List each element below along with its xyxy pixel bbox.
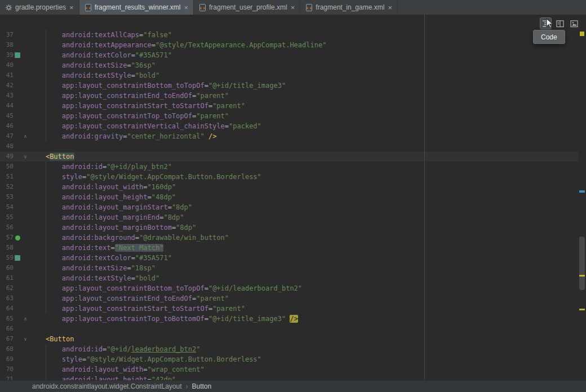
right-margin-guide: [424, 15, 425, 381]
fold-marker-icon[interactable]: ∧: [21, 131, 29, 141]
line-number: 56: [0, 222, 14, 233]
warning-line-icon[interactable]: [579, 275, 585, 277]
code-text: android:background="@drawable/win_button…: [29, 233, 229, 243]
code-text: android:text="Next Match": [29, 243, 163, 253]
fold-marker-icon[interactable]: ∨: [21, 152, 29, 162]
code-text: app:layout_constraintTop_toTopOf="parent…: [29, 111, 229, 121]
code-text: app:layout_constraintVertical_chainStyle…: [29, 121, 261, 131]
code-text: android:layout_marginEnd="8dp": [29, 212, 184, 222]
editor-tab[interactable]: fragment_in_game.xml×: [300, 0, 398, 15]
split-view-button[interactable]: [554, 17, 566, 29]
code-line[interactable]: 42 app:layout_constraintBottom_toTopOf="…: [0, 81, 578, 91]
close-icon[interactable]: ×: [69, 4, 74, 11]
code-line[interactable]: 45 app:layout_constraintTop_toTopOf="par…: [0, 111, 578, 121]
code-text: app:layout_constraintEnd_toEndOf="parent…: [29, 293, 229, 304]
code-line[interactable]: 64 app:layout_constraintStart_toStartOf=…: [0, 304, 578, 314]
breadcrumb: androidx.constraintlayout.widget.Constra…: [0, 382, 211, 390]
code-text: android:layout_marginStart="8dp": [29, 202, 192, 212]
code-line[interactable]: 46 app:layout_constraintVertical_chainSt…: [0, 121, 578, 131]
line-number: 61: [0, 273, 14, 283]
line-number: 69: [0, 354, 14, 364]
code-line[interactable]: 63 app:layout_constraintEnd_toEndOf="par…: [0, 293, 578, 304]
info-mark-icon[interactable]: [579, 190, 585, 193]
code-text: android:textColor="#35A571": [29, 253, 172, 263]
code-line[interactable]: 51 style="@style/Widget.AppCompat.Button…: [0, 172, 578, 182]
code-line[interactable]: 70 android:layout_width="wrap_content": [0, 364, 578, 375]
code-line[interactable]: 55 android:layout_marginEnd="8dp": [0, 212, 578, 222]
code-line[interactable]: 44 app:layout_constraintStart_toStartOf=…: [0, 101, 578, 111]
fold-marker-icon[interactable]: ∧: [21, 314, 29, 324]
xml-file-icon: [305, 4, 313, 11]
code-line[interactable]: 57 android:background="@drawable/win_but…: [0, 233, 578, 243]
code-text: android:layout_width="160dp": [29, 182, 176, 192]
code-text: android:textStyle="bold": [29, 273, 159, 283]
code-editor[interactable]: 37 android:textAllCaps="false"38 android…: [0, 15, 586, 381]
code-line[interactable]: 52 android:layout_width="160dp": [0, 182, 578, 192]
code-line[interactable]: 39 android:textColor="#35A571": [0, 50, 578, 60]
code-text: app:layout_constraintTop_toBottomOf="@+i…: [29, 314, 298, 324]
tab-label: fragment_in_game.xml: [316, 3, 384, 11]
line-number: 55: [0, 212, 14, 222]
editor-tab[interactable]: fragment_results_winner.xml×: [79, 0, 194, 15]
code-line[interactable]: 62 app:layout_constraintBottom_toTopOf="…: [0, 283, 578, 293]
code-line[interactable]: 65∧ app:layout_constraintTop_toBottomOf=…: [0, 314, 578, 324]
close-icon[interactable]: ×: [184, 4, 188, 11]
line-number: 50: [0, 162, 14, 172]
code-area[interactable]: 37 android:textAllCaps="false"38 android…: [0, 30, 578, 381]
code-line[interactable]: 48: [0, 141, 578, 152]
color-preview-icon[interactable]: [15, 255, 20, 261]
line-number: 51: [0, 172, 14, 182]
code-line[interactable]: 54 android:layout_marginStart="8dp": [0, 202, 578, 212]
editor-scrollbar[interactable]: [578, 15, 586, 381]
code-text: style="@style/Widget.AppCompat.Button.Bo…: [29, 172, 261, 182]
line-number: 43: [0, 91, 14, 101]
code-text: android:textStyle="bold": [29, 70, 159, 81]
line-number: 67: [0, 334, 14, 344]
scrollbar-thumb[interactable]: [579, 237, 585, 290]
code-text: android:textAppearance="@style/TextAppea…: [29, 40, 326, 50]
code-line[interactable]: 56 android:layout_marginBottom="8dp": [0, 222, 578, 233]
fold-marker-icon[interactable]: ∨: [21, 334, 29, 344]
line-number: 38: [0, 40, 14, 50]
code-text: android:id="@+id/play_btn2": [29, 162, 172, 172]
warning-square-icon[interactable]: [580, 32, 584, 36]
breadcrumb-item[interactable]: androidx.constraintlayout.widget.Constra…: [32, 382, 182, 390]
code-line[interactable]: 50 android:id="@+id/play_btn2": [0, 162, 578, 172]
code-line[interactable]: 47∧ android:gravity="center_horizontal" …: [0, 131, 578, 141]
code-line[interactable]: 61 android:textStyle="bold": [0, 273, 578, 283]
code-line[interactable]: 38 android:textAppearance="@style/TextAp…: [0, 40, 578, 50]
color-preview-icon[interactable]: [15, 52, 20, 58]
breadcrumb-item[interactable]: Button: [192, 382, 212, 390]
code-text: android:textAllCaps="false": [29, 30, 172, 40]
close-icon[interactable]: ×: [388, 4, 392, 11]
code-line[interactable]: 66: [0, 324, 578, 334]
code-line[interactable]: 60 android:textSize="18sp": [0, 263, 578, 273]
code-line[interactable]: 67∨ <Button: [0, 334, 578, 344]
editor-tab[interactable]: gradle.properties×: [0, 0, 79, 15]
editor-tab[interactable]: fragment_user_profile.xml×: [194, 0, 300, 15]
gear-icon: [5, 4, 12, 11]
code-line[interactable]: 49∨ <Button: [0, 152, 578, 162]
code-line[interactable]: 53 android:layout_height="48dp": [0, 192, 578, 202]
code-line[interactable]: 43 app:layout_constraintEnd_toEndOf="par…: [0, 91, 578, 101]
split-view-icon: [556, 19, 565, 28]
line-number: 41: [0, 70, 14, 81]
line-number: 39: [0, 50, 14, 60]
code-text: android:textColor="#35A571": [29, 50, 172, 60]
warning-line-icon[interactable]: [579, 309, 585, 310]
code-line[interactable]: 41 android:textStyle="bold": [0, 70, 578, 81]
code-line[interactable]: 58 android:text="Next Match": [0, 243, 578, 253]
line-number: 52: [0, 182, 14, 192]
code-line[interactable]: 37 android:textAllCaps="false": [0, 30, 578, 40]
code-line[interactable]: 59 android:textColor="#35A571": [0, 253, 578, 263]
line-number: 44: [0, 101, 14, 111]
line-number: 45: [0, 111, 14, 121]
drawable-preview-icon[interactable]: [15, 235, 20, 240]
editor-tab-bar: gradle.properties×fragment_results_winne…: [0, 0, 586, 15]
code-line[interactable]: 40 android:textSize="36sp": [0, 60, 578, 70]
line-number: 63: [0, 293, 14, 304]
close-icon[interactable]: ×: [291, 4, 295, 11]
code-text: android:id="@+id/leaderboard_btn2": [29, 344, 200, 354]
code-line[interactable]: 68 android:id="@+id/leaderboard_btn2": [0, 344, 578, 354]
code-line[interactable]: 69 style="@style/Widget.AppCompat.Button…: [0, 354, 578, 364]
